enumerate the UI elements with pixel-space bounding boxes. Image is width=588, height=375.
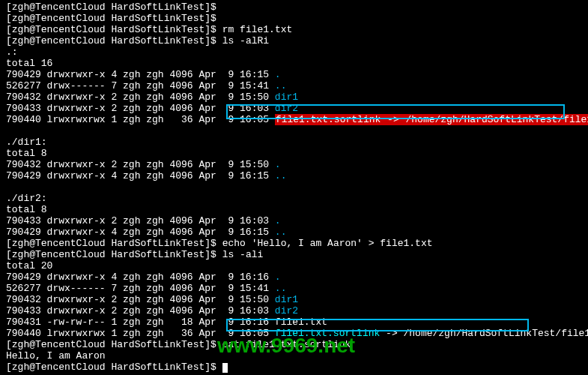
ls-section-header: .: [6,46,18,58]
ls-name: dir1 [275,294,298,305]
ls-name: . [275,215,281,226]
ls-total: total 8 [6,148,47,159]
ls-row: 790429 drwxrwxr-x 4 zgh zgh 4096 Apr 9 1… [6,69,275,80]
command-ls-alri: ls -alRi [222,35,269,46]
shell-prompt: [zgh@TencentCloud HardSoftLinkTest]$ [6,362,216,373]
ls-total: total 8 [6,204,47,215]
ls-row: 790432 drwxrwxr-x 2 zgh zgh 4096 Apr 9 1… [6,92,275,103]
command-rm: rm file1.txt [222,24,293,35]
ls-name: .. [275,170,287,182]
ls-row: 790433 drwxrwxr-x 2 zgh zgh 4096 Apr 9 1… [6,215,275,226]
ls-name: .. [275,80,287,92]
ls-total: total 16 [6,58,52,69]
shell-prompt: [zgh@TencentCloud HardSoftLinkTest]$ [6,249,216,260]
shell-prompt: [zgh@TencentCloud HardSoftLinkTest]$ [6,2,216,13]
shell-prompt: [zgh@TencentCloud HardSoftLinkTest]$ [6,238,216,249]
ls-name: dir1 [275,92,298,103]
ls-row: 526277 drwx------ 7 zgh zgh 4096 Apr 9 1… [6,80,275,92]
ls-row: 790433 drwxrwxr-x 2 zgh zgh 4096 Apr 9 1… [6,103,275,114]
shell-prompt: [zgh@TencentCloud HardSoftLinkTest]$ [6,13,216,24]
shell-prompt: [zgh@TencentCloud HardSoftLinkTest]$ [6,35,216,46]
ls-row: 790432 drwxrwxr-x 2 zgh zgh 4096 Apr 9 1… [6,159,275,170]
ls-row: 790429 drwxrwxr-x 4 zgh zgh 4096 Apr 9 1… [6,226,275,238]
command-cat: cat file1.txt.sortlink [222,339,351,350]
ls-name: .. [275,226,287,238]
terminal-output[interactable]: [zgh@TencentCloud HardSoftLinkTest]$ [zg… [6,2,588,373]
symlink-name-broken: file1.txt.sortlink [275,114,381,125]
ls-name: dir2 [275,103,298,114]
cursor [222,363,228,373]
symlink-arrow: -> [381,114,404,125]
ls-row: 790429 drwxrwxr-x 4 zgh zgh 4096 Apr 9 1… [6,272,275,283]
ls-row: 790440 lrwxrwxrwx 1 zgh zgh 36 Apr 9 16:… [6,328,275,339]
ls-section-header: ./dir1: [6,136,47,148]
ls-row: 790433 drwxrwxr-x 2 zgh zgh 4096 Apr 9 1… [6,305,275,316]
ls-name: . [275,69,281,80]
symlink-target-broken: /home/zgh/HardSoftLinkTest/file1.txt [405,114,588,125]
symlink-name: file1.txt.sortlink [275,328,380,339]
symlink-target: /home/zgh/HardSoftLinkTest/file1.txt [404,328,588,339]
shell-prompt: [zgh@TencentCloud HardSoftLinkTest]$ [6,24,216,35]
ls-name: .. [275,283,287,294]
ls-name: dir2 [275,305,298,316]
ls-row: 790431 -rw-rw-r-- 1 zgh zgh 18 Apr 9 16:… [6,316,275,328]
ls-row: 790429 drwxrwxr-x 4 zgh zgh 4096 Apr 9 1… [6,170,275,182]
ls-name: . [275,159,281,170]
cat-output: Hello, I am Aaron [6,350,106,362]
ls-row: 526277 drwx------ 7 zgh zgh 4096 Apr 9 1… [6,283,275,294]
command-ls-ali: ls -ali [222,249,264,260]
command-echo: echo 'Hello, I am Aaron' > file1.txt [222,238,433,249]
ls-section-header: ./dir2: [6,193,47,204]
shell-prompt: [zgh@TencentCloud HardSoftLinkTest]$ [6,339,216,350]
symlink-arrow: -> [380,328,403,339]
ls-name: file1.txt [275,316,327,328]
ls-row: 790432 drwxrwxr-x 2 zgh zgh 4096 Apr 9 1… [6,294,275,305]
ls-row: 790440 lrwxrwxrwx 1 zgh zgh 36 Apr 9 16:… [6,114,275,125]
ls-name: . [275,272,281,283]
ls-total: total 20 [6,260,52,272]
